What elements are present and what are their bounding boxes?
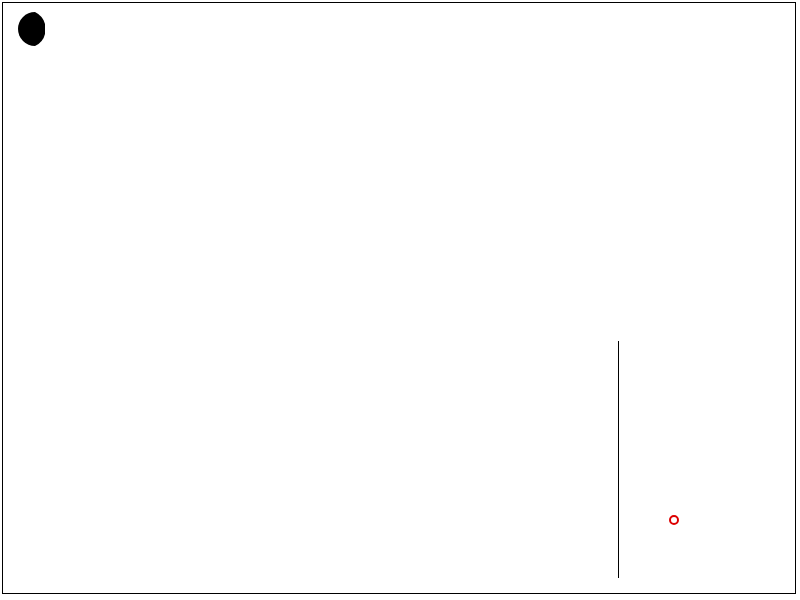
legend-negative — [669, 513, 686, 529]
colorbar-axis-rail — [618, 341, 619, 578]
circle-marker-icon — [669, 515, 679, 525]
lowell-crescent-icon — [9, 10, 45, 49]
doppler-colorbar — [593, 341, 615, 578]
skymap-plot — [43, 59, 549, 565]
legend-positive — [668, 395, 674, 415]
